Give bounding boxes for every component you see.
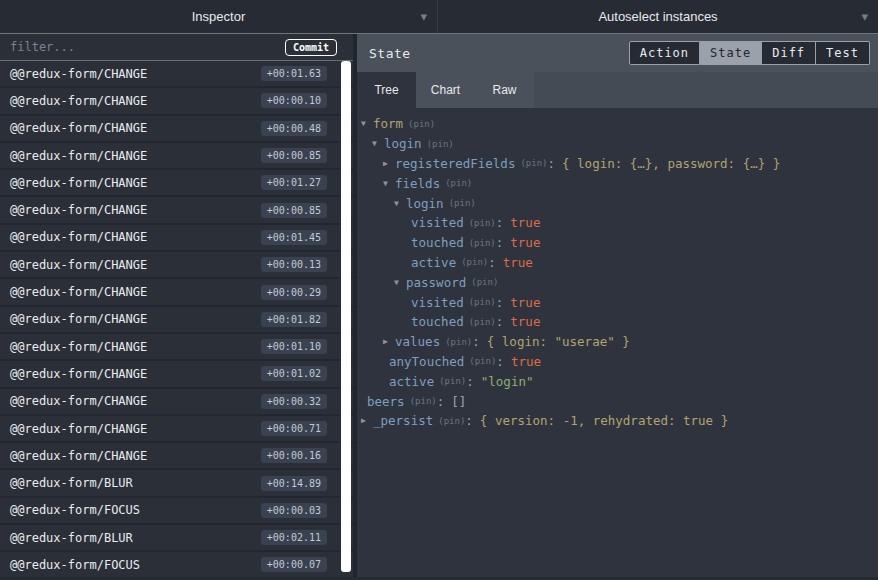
action-list-item[interactable]: @@redux-form/BLUR +00:02.11 [0,525,353,552]
tree-key[interactable]: registeredFields [395,156,515,171]
action-name: @@redux-form/CHANGE [10,176,147,190]
inspector-dropdown[interactable]: Inspector ▾ [0,0,438,33]
mode-button-test[interactable]: Test [816,41,870,65]
action-timestamp: +00:00.16 [261,448,327,463]
action-list-item[interactable]: @@redux-form/BLUR +00:14.89 [0,470,353,497]
vertical-scrollbar[interactable] [341,61,351,572]
pin-link[interactable]: (pin) [438,416,465,426]
tree-expand-arrow[interactable]: ▼ [372,139,384,148]
action-list-item[interactable]: @@redux-form/CHANGE +00:00.10 [0,88,353,115]
pin-link[interactable]: (pin) [469,297,496,307]
action-name: @@redux-form/FOCUS [10,558,140,572]
action-timestamp: +00:01.27 [261,175,327,190]
action-name: @@redux-form/CHANGE [10,422,147,436]
tree-key[interactable]: visited [411,215,464,230]
tree-key[interactable]: login [384,136,422,151]
chevron-down-icon: ▾ [420,10,427,23]
action-list-item[interactable]: @@redux-form/CHANGE +00:01.82 [0,307,353,334]
tree-key[interactable]: login [406,196,444,211]
tree-expand-arrow[interactable]: ▶ [383,159,395,168]
action-list-item[interactable]: @@redux-form/CHANGE +00:00.32 [0,389,353,416]
colon: : [548,156,556,171]
tab-tree[interactable]: Tree [357,72,416,108]
tree-key[interactable]: visited [411,295,464,310]
pin-link[interactable]: (pin) [469,356,496,366]
pin-link[interactable]: (pin) [520,158,547,168]
tree-key[interactable]: password [406,275,466,290]
tree-key[interactable]: _persist [373,413,433,428]
action-list-item[interactable]: @@redux-form/CHANGE +00:00.85 [0,143,353,170]
tree-value: "login" [481,374,534,389]
tree-value: true [510,295,540,310]
tree-expand-arrow[interactable]: ▼ [383,179,395,188]
colon: : [496,215,504,230]
action-timestamp: +00:00.85 [261,203,327,218]
pin-link[interactable]: (pin) [445,178,472,188]
action-list-item[interactable]: @@redux-form/CHANGE +00:01.63 [0,61,353,88]
action-name: @@redux-form/CHANGE [10,285,147,299]
tab-raw[interactable]: Raw [475,72,534,108]
action-timestamp: +00:00.03 [261,503,327,518]
filter-input[interactable] [10,40,277,54]
tree-key[interactable]: beers [367,394,405,409]
tree-key[interactable]: touched [411,235,464,250]
action-name: @@redux-form/CHANGE [10,340,147,354]
action-name: @@redux-form/FOCUS [10,503,140,517]
inspector-dropdown-label: Inspector [192,9,245,24]
action-list-item[interactable]: @@redux-form/CHANGE +00:01.27 [0,170,353,197]
action-list-item[interactable]: @@redux-form/CHANGE +00:00.16 [0,443,353,470]
pin-link[interactable]: (pin) [469,218,496,228]
tree-expand-arrow[interactable]: ▼ [361,119,373,128]
mode-button-action[interactable]: Action [629,41,700,65]
tree-expand-arrow[interactable]: ▼ [394,278,406,287]
tree-key[interactable]: anyTouched [389,354,464,369]
tree-expand-arrow[interactable]: ▶ [361,416,373,425]
autoselect-instances-label: Autoselect instances [598,9,717,24]
tree-expand-arrow[interactable]: ▼ [394,199,406,208]
pin-link[interactable]: (pin) [469,238,496,248]
action-list-item[interactable]: @@redux-form/CHANGE +00:00.29 [0,279,353,306]
tab-chart[interactable]: Chart [416,72,475,108]
action-list-item[interactable]: @@redux-form/CHANGE +00:00.13 [0,252,353,279]
action-timestamp: +00:00.32 [261,394,327,409]
pin-link[interactable]: (pin) [427,139,454,149]
tree-key[interactable]: fields [395,176,440,191]
tree-row: touched (pin) : true [357,233,878,253]
action-list-item[interactable]: @@redux-form/CHANGE +00:01.10 [0,334,353,361]
colon: : [496,295,504,310]
action-name: @@redux-form/CHANGE [10,367,147,381]
action-list-item[interactable]: @@redux-form/CHANGE +00:00.85 [0,197,353,224]
pin-link[interactable]: (pin) [461,257,488,267]
action-list: @@redux-form/CHANGE +00:01.63 @@redux-fo… [0,61,353,580]
pin-link[interactable]: (pin) [471,277,498,287]
action-list-item[interactable]: @@redux-form/CHANGE +00:00.71 [0,416,353,443]
action-list-item[interactable]: @@redux-form/FOCUS +00:00.03 [0,498,353,525]
mode-button-diff[interactable]: Diff [762,41,816,65]
action-list-item[interactable]: @@redux-form/CHANGE +00:01.45 [0,225,353,252]
tree-row: ▼ login (pin) [357,134,878,154]
pin-link[interactable]: (pin) [439,376,466,386]
tree-expand-arrow[interactable]: ▶ [383,337,395,346]
tree-key[interactable]: active [389,374,434,389]
mode-button-state[interactable]: State [700,41,762,65]
action-timestamp: +00:01.02 [261,366,327,381]
tree-row: ▼ fields (pin) [357,173,878,193]
tree-key[interactable]: active [411,255,456,270]
action-timestamp: +00:01.45 [261,230,327,245]
mode-button-group: Action State Diff Test [629,41,870,65]
tree-key[interactable]: form [373,116,403,131]
pin-link[interactable]: (pin) [445,337,472,347]
action-list-item[interactable]: @@redux-form/FOCUS +00:00.07 [0,552,353,579]
tree-key[interactable]: values [395,334,440,349]
colon: : [437,394,445,409]
tree-key[interactable]: touched [411,314,464,329]
action-list-item[interactable]: @@redux-form/CHANGE +00:01.02 [0,361,353,388]
pin-link[interactable]: (pin) [408,119,435,129]
autoselect-instances-dropdown[interactable]: Autoselect instances ▾ [438,0,878,33]
action-timestamp: +00:00.85 [261,148,327,163]
action-list-item[interactable]: @@redux-form/CHANGE +00:00.48 [0,116,353,143]
commit-button[interactable]: Commit [285,39,337,56]
pin-link[interactable]: (pin) [469,317,496,327]
pin-link[interactable]: (pin) [410,396,437,406]
pin-link[interactable]: (pin) [449,198,476,208]
